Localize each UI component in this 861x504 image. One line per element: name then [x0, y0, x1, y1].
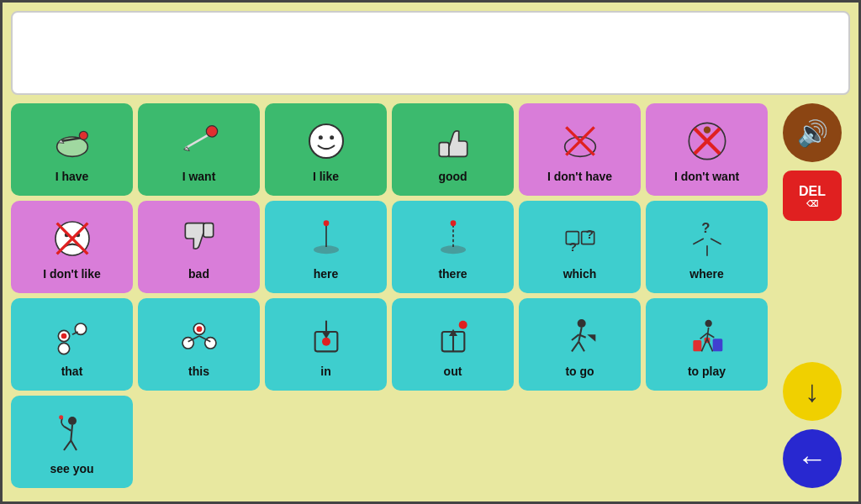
delete-button[interactable]: DEL ⌫: [783, 171, 842, 221]
out-icon: [432, 315, 474, 357]
svg-line-74: [71, 425, 72, 440]
svg-line-59: [572, 342, 578, 352]
play-icon: [686, 315, 728, 357]
btn-where[interactable]: ? where: [646, 201, 768, 293]
btn-bad[interactable]: bad: [138, 201, 260, 293]
svg-line-70: [701, 339, 707, 351]
svg-point-57: [577, 319, 585, 328]
that-icon: [51, 315, 93, 357]
walk-icon: [559, 315, 601, 357]
hand-give-icon: [51, 120, 93, 162]
svg-line-60: [578, 342, 584, 352]
wave-icon: [51, 412, 93, 454]
text-display[interactable]: [11, 11, 850, 95]
svg-line-4: [185, 134, 209, 149]
svg-point-78: [59, 415, 63, 419]
svg-point-29: [450, 220, 456, 226]
svg-point-9: [330, 135, 334, 139]
btn-this[interactable]: this: [138, 298, 260, 391]
svg-point-42: [58, 343, 69, 354]
svg-line-61: [572, 334, 578, 340]
svg-line-71: [707, 339, 713, 351]
svg-marker-63: [587, 334, 595, 341]
svg-line-35: [693, 239, 704, 244]
btn-i-have[interactable]: I have: [11, 103, 133, 196]
btn-i-dont-like[interactable]: I don't like: [11, 201, 133, 293]
smiley-icon: [305, 120, 347, 162]
svg-line-76: [71, 440, 77, 450]
btn-here[interactable]: here: [265, 201, 387, 293]
btn-good[interactable]: good: [392, 103, 514, 196]
btn-i-dont-want[interactable]: I don't want: [646, 103, 768, 196]
this-icon: [178, 315, 220, 357]
back-button[interactable]: ←: [783, 429, 842, 488]
svg-rect-65: [693, 340, 701, 351]
down-button[interactable]: ↓: [783, 362, 842, 421]
btn-to-go[interactable]: to go: [519, 298, 641, 391]
side-buttons: 🔊 DEL ⌫ ↓ ←: [774, 103, 850, 488]
svg-line-36: [710, 239, 721, 244]
btn-out[interactable]: out: [392, 298, 514, 391]
svg-point-64: [705, 320, 711, 327]
svg-text:?: ?: [568, 239, 576, 254]
there-icon: [432, 218, 474, 260]
svg-line-75: [64, 440, 71, 450]
btn-i-want[interactable]: I want: [138, 103, 260, 196]
svg-point-73: [68, 417, 77, 425]
here-icon: [305, 218, 347, 260]
svg-rect-23: [203, 223, 214, 238]
svg-point-5: [206, 126, 217, 137]
svg-point-56: [458, 321, 467, 329]
face-cross-icon: [51, 218, 93, 260]
svg-point-7: [309, 124, 343, 158]
btn-which[interactable]: ? ? which: [519, 201, 641, 293]
hand-ball-icon: [178, 120, 220, 162]
svg-line-77: [64, 427, 71, 431]
svg-point-26: [323, 220, 329, 226]
btn-i-dont-have[interactable]: I don't have: [519, 103, 641, 196]
cross-icon: [686, 120, 728, 162]
btn-in[interactable]: in: [265, 298, 387, 391]
svg-text:?: ?: [585, 227, 593, 241]
svg-rect-10: [439, 143, 449, 157]
svg-point-2: [79, 131, 87, 139]
thumbs-down-icon: [178, 218, 220, 260]
btn-i-like[interactable]: I like: [265, 103, 387, 196]
svg-text:?: ?: [701, 220, 710, 236]
svg-point-52: [322, 338, 330, 346]
btn-see-you[interactable]: see you: [11, 396, 133, 488]
svg-rect-72: [712, 339, 722, 351]
svg-point-17: [703, 127, 710, 134]
svg-point-44: [196, 326, 202, 332]
btn-that[interactable]: that: [11, 298, 133, 391]
thumbs-up-icon: [432, 120, 474, 162]
svg-point-39: [61, 333, 66, 339]
speaker-button[interactable]: 🔊: [783, 103, 842, 162]
button-grid: I have I want I like: [11, 103, 774, 488]
in-icon: [305, 315, 347, 357]
which-icon: ? ?: [559, 218, 601, 260]
btn-to-play[interactable]: to play: [646, 298, 768, 391]
where-icon: ?: [686, 218, 728, 260]
svg-point-8: [318, 135, 322, 139]
btn-there[interactable]: there: [392, 201, 514, 293]
hand-cross-icon: [559, 120, 601, 162]
